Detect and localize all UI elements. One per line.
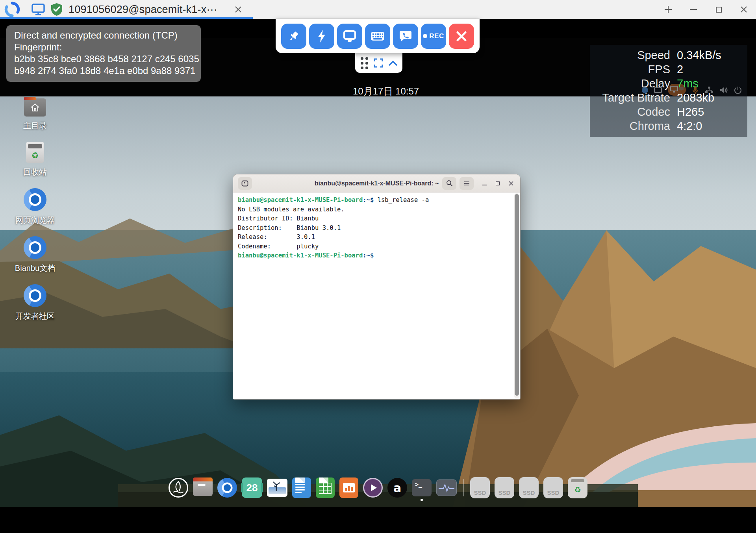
minimize-button[interactable] [684, 0, 702, 19]
window-controls [659, 0, 753, 19]
dock-system-monitor-icon[interactable] [436, 479, 457, 496]
dock-writer-icon[interactable] [292, 477, 311, 498]
app-titlebar: 1091056029@spacemit-k1-x··· [0, 0, 756, 19]
record-toolbar-button[interactable]: REC [421, 24, 446, 49]
disconnect-toolbar-button[interactable] [449, 24, 474, 49]
dock-ssd-drive-4[interactable]: SSD [543, 477, 563, 498]
terminal-prompt-line: bianbu@spacemit-k1-x-MUSE-Pi-board:~$ [238, 251, 511, 261]
terminal-output-line: Description: Bianbu 3.0.1 [238, 224, 511, 233]
terminal-command-line: bianbu@spacemit-k1-x-MUSE-Pi-board:~$ ls… [238, 196, 511, 205]
dock-ssd-drive-1[interactable]: SSD [470, 477, 490, 498]
close-button[interactable] [735, 0, 753, 19]
dock-app-store-icon[interactable]: a [387, 478, 407, 498]
desktop-icon-home[interactable]: 主目录 [23, 98, 47, 131]
connection-info-tooltip: Direct and encrypted connection (TCP) Fi… [6, 25, 201, 82]
fingerprint-line: b948 2f74 3fa0 18d8 4e1a e0bd 9a88 9371 [14, 65, 193, 77]
fingerprint-label: Fingerprint: [14, 41, 193, 53]
dock-launcher-icon[interactable] [169, 478, 188, 498]
rustdesk-window: 10月17日 10:57 [0, 0, 756, 533]
home-folder-icon [24, 98, 46, 117]
dock-terminal-icon[interactable]: >_ [412, 479, 432, 496]
new-tab-button[interactable] [238, 177, 252, 190]
terminal-titlebar[interactable]: bianbu@spacemit-k1-x-MUSE-Pi-board: ~ [233, 174, 520, 192]
display-toolbar-button[interactable] [337, 24, 362, 49]
terminal-output-line: Codename: plucky [238, 242, 511, 252]
chat-toolbar-button[interactable] [393, 24, 418, 49]
keyboard-toolbar-button[interactable] [365, 24, 390, 49]
connection-type-text: Direct and encrypted connection (TCP) [14, 30, 193, 41]
dock-trash-icon[interactable]: ♻ [568, 477, 587, 498]
stat-row-speed: Speed0.34kB/s [590, 48, 747, 62]
terminal-body[interactable]: bianbu@spacemit-k1-x-MUSE-Pi-board:~$ ls… [233, 192, 520, 399]
terminal-scrollbar-thumb[interactable] [515, 194, 519, 396]
letterbox-band [0, 507, 756, 533]
terminal-output-line: No LSB modules are available. [238, 205, 511, 215]
chromium-icon [24, 236, 46, 259]
stat-row-fps: FPS2 [590, 62, 747, 76]
terminal-scrollbar[interactable] [514, 193, 519, 398]
tab-title: 1091056029@spacemit-k1-x··· [69, 4, 217, 16]
tab-close-button[interactable] [229, 0, 247, 19]
dock-ssd-drive-3[interactable]: SSD [519, 477, 539, 498]
menu-button[interactable] [460, 177, 474, 190]
drag-handle-icon[interactable] [361, 57, 368, 69]
remote-clock: 10月17日 10:57 [353, 85, 419, 98]
pin-toolbar-button[interactable] [281, 24, 306, 49]
stat-row-codec: CodecH265 [590, 105, 747, 119]
terminal-maximize-button[interactable] [491, 177, 504, 190]
collapse-toolbar-icon[interactable] [389, 60, 397, 66]
dock-calendar-icon[interactable]: 28 [242, 477, 262, 498]
dock-ssd-drive-2[interactable]: SSD [495, 477, 514, 498]
dock-image-viewer-icon[interactable] [267, 479, 287, 497]
dock-media-player-icon[interactable] [363, 478, 383, 498]
terminal-close-button[interactable] [504, 177, 518, 190]
remote-control-toolbar: REC [276, 19, 480, 53]
terminal-title: bianbu@spacemit-k1-x-MUSE-Pi-board: ~ [233, 180, 520, 187]
desktop-icon-web-browser[interactable]: 网页浏览器 [15, 188, 55, 226]
desktop-icon-developer-community[interactable]: 开发者社区 [15, 284, 55, 322]
terminal-window[interactable]: bianbu@spacemit-k1-x-MUSE-Pi-board: ~ [233, 174, 521, 400]
remote-screen[interactable]: 10月17日 10:57 [0, 19, 756, 533]
desktop-icon-column: 主目录 ♻ 回收站 网页浏览器 Bianbu文档 开发者社区 [9, 98, 61, 322]
chromium-icon [24, 284, 46, 307]
fingerprint-line: b2bb 35c8 bce0 3868 b458 2127 c245 6035 [14, 53, 193, 65]
connection-stats-overlay: Speed0.34kB/s FPS2 Delay7ms Target Bitra… [590, 45, 747, 137]
monitor-tab-icon [32, 4, 45, 15]
secure-shield-icon [50, 3, 63, 16]
search-button[interactable] [442, 177, 456, 190]
dock-impress-icon[interactable] [339, 477, 358, 498]
stat-row-delay: Delay7ms [590, 76, 747, 91]
actions-toolbar-button[interactable] [309, 24, 334, 49]
maximize-button[interactable] [710, 0, 728, 19]
desktop-icon-recycle-bin[interactable]: ♻ 回收站 [23, 142, 47, 178]
terminal-output-line: Distributor ID: Bianbu [238, 214, 511, 224]
chromium-icon [24, 188, 46, 211]
rustdesk-logo [4, 1, 20, 18]
dock-chromium-icon[interactable] [217, 478, 237, 498]
dock: 28 a >_ [0, 477, 756, 498]
terminal-output-line: Release: 3.0.1 [238, 233, 511, 242]
session-tab[interactable]: 1091056029@spacemit-k1-x··· [0, 0, 253, 19]
stat-row-chroma: Chroma4:2:0 [590, 119, 747, 133]
desktop-icon-bianbu-docs[interactable]: Bianbu文档 [15, 236, 55, 274]
dock-files-icon[interactable] [193, 479, 213, 496]
dock-calc-icon[interactable] [316, 477, 335, 498]
terminal-minimize-button[interactable] [478, 177, 491, 190]
recycle-bin-icon: ♻ [26, 142, 44, 163]
toolbar-handle-pill [355, 53, 402, 73]
stat-row-bitrate: Target Bitrate2083kb [590, 91, 747, 105]
dock-separator [463, 479, 464, 496]
active-tab-indicator [0, 17, 253, 19]
fullscreen-icon[interactable] [374, 58, 383, 68]
new-connection-button[interactable] [659, 0, 677, 19]
record-dot-icon [423, 34, 427, 38]
running-indicator-dot [421, 499, 423, 501]
